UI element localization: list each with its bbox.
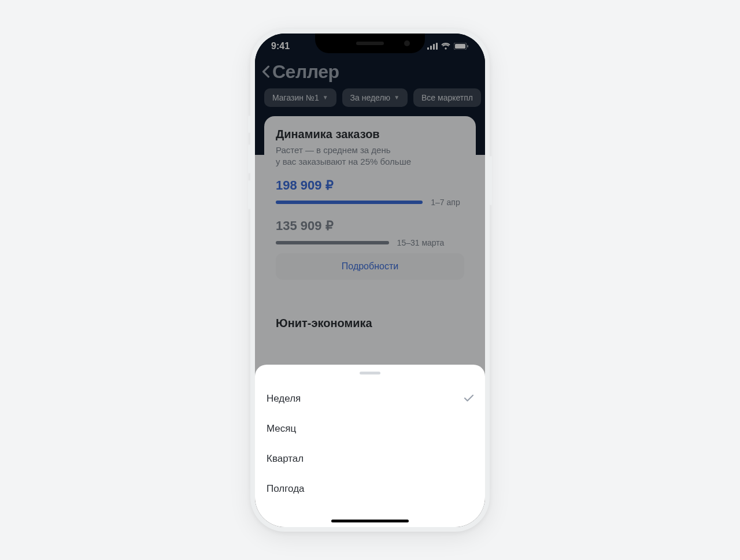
volume-up-button: [248, 144, 250, 173]
option-label: Полгода: [267, 483, 305, 495]
phone-mockup: 9:41 Селлер Магазин №1 ▼: [250, 29, 490, 532]
volume-down-button: [248, 180, 250, 209]
period-option-quarter[interactable]: Квартал: [255, 444, 485, 474]
silent-switch: [248, 116, 250, 133]
home-indicator[interactable]: [331, 520, 409, 522]
power-button: [490, 156, 492, 205]
option-label: Неделя: [267, 393, 301, 405]
period-option-month[interactable]: Месяц: [255, 414, 485, 444]
sheet-drag-handle[interactable]: [360, 372, 380, 374]
check-icon: [464, 393, 473, 405]
period-option-halfyear[interactable]: Полгода: [255, 474, 485, 504]
period-bottom-sheet: Неделя Месяц Квартал Полгода: [255, 365, 485, 527]
phone-notch: [315, 34, 425, 53]
option-label: Месяц: [267, 423, 296, 435]
option-label: Квартал: [267, 453, 304, 465]
period-option-week[interactable]: Неделя: [255, 384, 485, 414]
